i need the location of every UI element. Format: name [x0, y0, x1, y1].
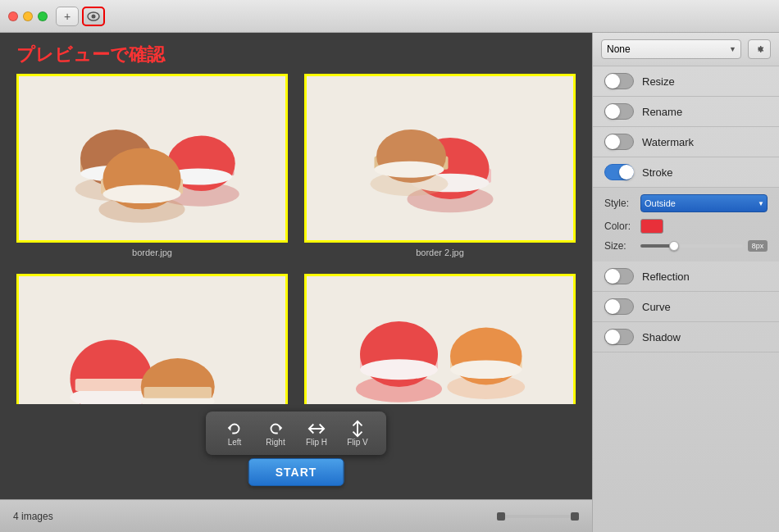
svg-point-14	[103, 185, 181, 204]
rotate-left-icon	[226, 420, 244, 438]
add-button[interactable]: +	[56, 7, 79, 26]
zoom-slider-area	[497, 515, 579, 518]
stroke-toggle-knob	[619, 165, 634, 180]
watermark-row: Watermark	[593, 127, 779, 157]
stroke-size-badge: 8px	[748, 240, 768, 252]
flip-v-label: Flip V	[347, 438, 368, 447]
rotate-right-label: Right	[266, 438, 285, 447]
svg-point-39	[450, 361, 522, 380]
stroke-style-label: Style:	[604, 198, 634, 209]
macaron-image-4	[307, 276, 573, 404]
bottom-bar: 4 images	[0, 499, 592, 532]
svg-point-23	[375, 161, 444, 178]
minimize-button[interactable]	[23, 11, 33, 21]
flip-h-label: Flip H	[306, 438, 327, 447]
stroke-color-row: Color:	[604, 216, 768, 237]
traffic-lights	[8, 11, 48, 21]
image-frame-1[interactable]	[16, 74, 288, 243]
flip-h-button[interactable]: Flip H	[298, 416, 335, 450]
preview-title: プレビューで確認	[0, 33, 592, 74]
image-cell-4: border 4.jpg	[304, 274, 576, 404]
close-button[interactable]	[8, 11, 18, 21]
flip-h-icon	[308, 420, 326, 438]
shadow-label: Shadow	[642, 331, 768, 343]
stroke-style-row: Style: Outside Inside Center ▼	[604, 191, 768, 216]
zoom-slider[interactable]	[497, 515, 579, 518]
stroke-size-label: Size:	[604, 240, 634, 252]
stroke-label: Stroke	[642, 166, 768, 179]
rename-toggle-knob	[605, 104, 620, 119]
watermark-label: Watermark	[642, 136, 768, 148]
reflection-toggle-knob	[605, 269, 620, 284]
resize-label: Resize	[642, 75, 768, 88]
sidebar: None ▼ Resize Rename	[592, 33, 779, 532]
stroke-size-handle[interactable]	[669, 241, 679, 251]
stroke-size-row: Size: 8px	[604, 237, 768, 255]
resize-toggle[interactable]	[604, 73, 634, 89]
sidebar-top: None ▼	[593, 33, 779, 66]
toolbar-area: Left Right Flip H	[0, 404, 592, 462]
image-count: 4 images	[13, 511, 53, 522]
macaron-image-1	[19, 76, 285, 240]
rename-label: Rename	[642, 106, 768, 118]
image-frame-3[interactable]	[16, 274, 288, 404]
stroke-size-slider-wrapper: 8px	[640, 240, 768, 252]
resize-row: Resize	[593, 66, 779, 97]
stroke-color-label: Color:	[604, 221, 634, 232]
shadow-toggle[interactable]	[604, 329, 634, 345]
image-cell-3: border 3.jpg	[16, 274, 288, 404]
stroke-settings: Style: Outside Inside Center ▼ Color: Si…	[593, 188, 779, 261]
svg-point-1	[92, 14, 96, 18]
titlebar: +	[0, 0, 779, 33]
stroke-size-slider[interactable]	[640, 244, 743, 248]
start-button[interactable]: START	[248, 458, 344, 486]
resize-toggle-knob	[605, 74, 620, 89]
content-area: プレビューで確認	[0, 33, 592, 532]
reflection-toggle[interactable]	[604, 268, 634, 284]
macaron-image-2	[307, 76, 573, 240]
stroke-color-swatch[interactable]	[640, 219, 663, 234]
svg-point-35	[360, 359, 438, 380]
stroke-style-wrapper: Outside Inside Center ▼	[640, 194, 768, 212]
gear-icon	[754, 43, 765, 55]
rotate-left-label: Left	[228, 438, 242, 447]
curve-toggle[interactable]	[604, 298, 634, 315]
sidebar-dropdown-wrapper: None ▼	[601, 39, 741, 59]
stroke-style-select[interactable]: Outside Inside Center	[640, 194, 768, 212]
shadow-toggle-knob	[605, 330, 620, 344]
preview-button[interactable]	[82, 7, 105, 26]
rotate-right-icon	[266, 420, 285, 438]
curve-toggle-knob	[605, 299, 620, 314]
image-filename-1: border.jpg	[132, 248, 172, 257]
reflection-row: Reflection	[593, 261, 779, 292]
svg-rect-30	[144, 387, 212, 398]
rename-toggle[interactable]	[604, 103, 634, 120]
svg-rect-27	[75, 379, 149, 391]
rotate-right-button[interactable]: Right	[257, 416, 294, 450]
preset-dropdown[interactable]: None	[601, 39, 741, 59]
flip-v-button[interactable]: Flip V	[339, 416, 376, 450]
rename-row: Rename	[593, 97, 779, 127]
image-frame-4[interactable]	[304, 274, 576, 404]
image-cell-2: border 2.jpg	[304, 74, 576, 257]
gear-button[interactable]	[748, 39, 771, 59]
image-cell-1: border.jpg	[16, 74, 288, 257]
zoom-handle-right[interactable]	[571, 512, 579, 521]
rotate-left-button[interactable]: Left	[216, 416, 253, 450]
zoom-handle-left[interactable]	[497, 512, 505, 521]
curve-row: Curve	[593, 292, 779, 322]
image-filename-2: border 2.jpg	[416, 248, 464, 257]
stroke-row: Stroke	[593, 157, 779, 188]
watermark-toggle-knob	[605, 134, 620, 149]
transform-toolbar: Left Right Flip H	[206, 412, 386, 455]
watermark-toggle[interactable]	[604, 134, 634, 150]
flip-v-icon	[348, 420, 367, 438]
macaron-image-3	[19, 276, 285, 404]
curve-label: Curve	[642, 301, 768, 313]
image-frame-2[interactable]	[304, 74, 576, 243]
stroke-toggle[interactable]	[604, 164, 634, 180]
main-layout: プレビューで確認	[0, 33, 779, 532]
reflection-label: Reflection	[642, 271, 768, 283]
maximize-button[interactable]	[38, 11, 48, 21]
eye-icon	[87, 11, 100, 21]
